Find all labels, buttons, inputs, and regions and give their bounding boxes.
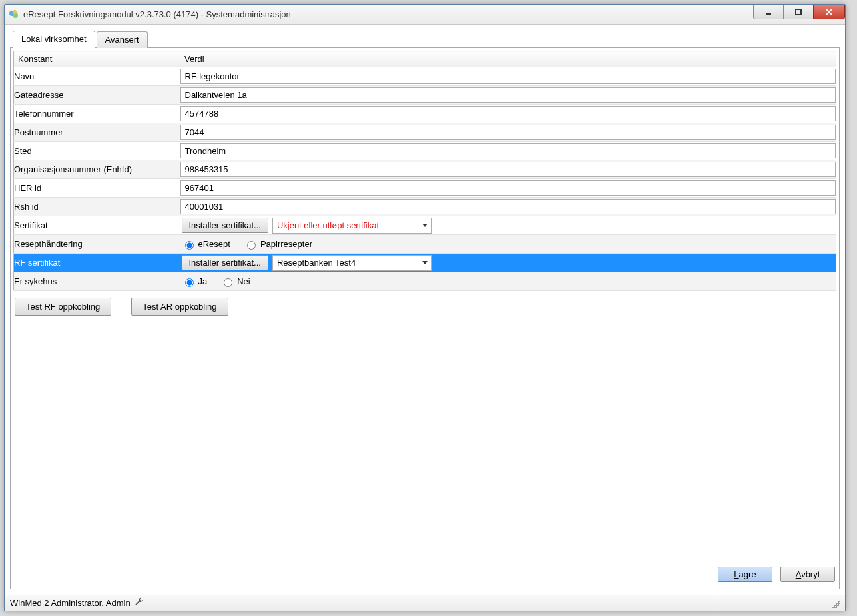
label-rf-sertifikat: RF sertifikat — [14, 254, 180, 272]
test-ar-button[interactable]: Test AR oppkobling — [131, 298, 228, 316]
app-icon — [9, 9, 19, 20]
label-navn: Navn — [14, 67, 180, 86]
tab-strip: Lokal virksomhet Avansert — [13, 30, 840, 47]
row-sted: Sted — [14, 142, 836, 160]
cert-dropdown[interactable]: Ukjent eller utløpt sertifikat — [272, 218, 432, 234]
chevron-down-icon — [422, 261, 428, 264]
tab-local[interactable]: Lokal virksomhet — [13, 31, 95, 48]
row-orgnr: Organisasjonsnummer (EnhId) — [14, 160, 836, 179]
input-navn[interactable] — [180, 69, 836, 84]
input-sted[interactable] — [180, 143, 836, 158]
status-text: WinMed 2 Administrator, Admin — [10, 598, 131, 608]
radio-eresept-label[interactable]: eResept — [182, 239, 230, 250]
chevron-down-icon — [422, 224, 428, 227]
resize-grip-icon[interactable] — [830, 599, 840, 608]
input-orgnr[interactable] — [180, 162, 836, 177]
window-title: eResept Forskrivningsmodul v2.3.73.0 (41… — [23, 9, 754, 19]
test-buttons: Test RF oppkobling Test AR oppkobling — [13, 291, 836, 322]
wrench-icon — [135, 597, 144, 609]
label-sertifikat: Sertifikat — [14, 216, 180, 235]
input-rshid[interactable] — [180, 199, 836, 214]
install-cert-button[interactable]: Installer sertifikat... — [182, 218, 268, 233]
row-resepthandtering: Resepthåndtering eResept Papirresepter — [14, 235, 836, 254]
label-gateadresse: Gateadresse — [14, 86, 180, 105]
label-rshid: Rsh id — [14, 198, 180, 216]
row-postnummer: Postnummer — [14, 123, 836, 142]
row-er-sykehus: Er sykehus Ja Nei — [14, 272, 836, 291]
close-button[interactable] — [813, 5, 845, 19]
minimize-button[interactable] — [753, 5, 784, 19]
radio-papir[interactable] — [247, 241, 256, 250]
radio-papir-label[interactable]: Papirresepter — [244, 239, 312, 250]
row-rshid: Rsh id — [14, 198, 836, 216]
input-postnummer[interactable] — [180, 125, 836, 140]
title-bar: eResept Forskrivningsmodul v2.3.73.0 (41… — [5, 5, 845, 25]
cert-dropdown-value: Ukjent eller utløpt sertifikat — [277, 220, 379, 230]
cancel-button[interactable]: Avbryt — [780, 567, 835, 582]
footer-buttons: Lagre Avbryt — [13, 563, 836, 583]
label-sted: Sted — [14, 142, 180, 160]
rf-cert-dropdown-value: Reseptbanken Test4 — [277, 258, 356, 268]
svg-rect-4 — [796, 9, 801, 15]
col-verdi[interactable]: Verdi — [180, 51, 836, 67]
radio-nei[interactable] — [224, 278, 232, 287]
save-button[interactable]: Lagre — [718, 567, 772, 582]
radio-ja[interactable] — [185, 278, 194, 287]
svg-point-2 — [13, 10, 17, 14]
col-konstant[interactable]: Konstant — [14, 51, 180, 67]
input-gateadresse[interactable] — [180, 87, 836, 103]
install-rf-cert-button[interactable]: Installer sertifikat... — [182, 255, 268, 270]
radio-eresept[interactable] — [185, 241, 194, 250]
status-bar: WinMed 2 Administrator, Admin — [5, 595, 845, 611]
input-telefon[interactable] — [180, 106, 836, 121]
label-telefon: Telefonnummer — [14, 105, 180, 123]
window-buttons — [754, 5, 845, 24]
row-rf-sertifikat[interactable]: RF sertifikat Installer sertifikat... Re… — [14, 254, 836, 272]
row-navn: Navn — [14, 67, 836, 86]
label-postnummer: Postnummer — [14, 123, 180, 142]
tab-panel: Konstant Verdi Navn Gateadresse Telefonn… — [10, 47, 840, 589]
row-sertifikat: Sertifikat Installer sertifikat... Ukjen… — [14, 216, 836, 235]
app-window: eResept Forskrivningsmodul v2.3.73.0 (41… — [4, 4, 846, 611]
client-area: Lokal virksomhet Avansert Konstant Verdi… — [5, 25, 845, 595]
rf-cert-dropdown[interactable]: Reseptbanken Test4 — [272, 255, 432, 271]
settings-table: Konstant Verdi Navn Gateadresse Telefonn… — [13, 51, 836, 291]
label-er-sykehus: Er sykehus — [14, 272, 180, 291]
label-orgnr: Organisasjonsnummer (EnhId) — [14, 160, 180, 179]
svg-rect-3 — [766, 13, 771, 15]
radio-nei-label[interactable]: Nei — [220, 276, 250, 287]
radio-ja-label[interactable]: Ja — [182, 276, 208, 287]
row-gateadresse: Gateadresse — [14, 86, 836, 105]
row-telefon: Telefonnummer — [14, 105, 836, 123]
test-rf-button[interactable]: Test RF oppkobling — [15, 298, 111, 316]
tab-advanced[interactable]: Avansert — [97, 31, 148, 48]
input-herid[interactable] — [180, 180, 836, 196]
row-herid: HER id — [14, 179, 836, 198]
label-herid: HER id — [14, 179, 180, 198]
label-resepthandtering: Resepthåndtering — [14, 235, 180, 254]
maximize-button[interactable] — [783, 5, 814, 19]
